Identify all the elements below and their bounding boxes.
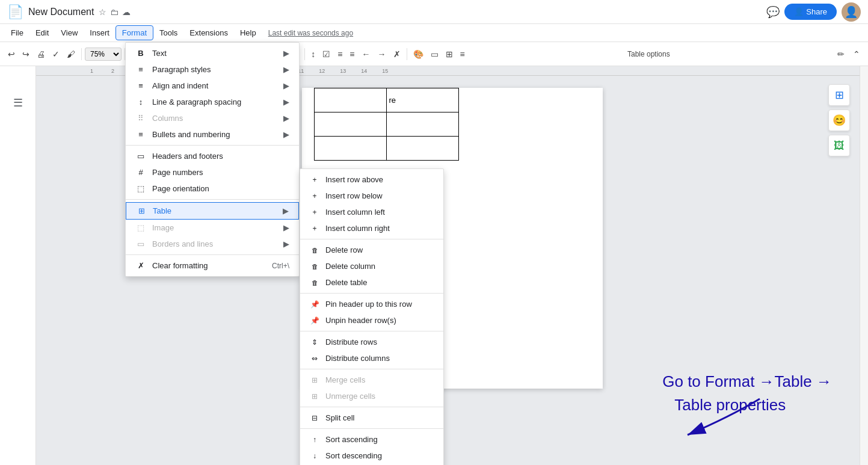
unmerge-cells-item: ⊞ Unmerge cells [300, 388, 443, 404]
zoom-selector[interactable]: 75% 100% 125% [85, 48, 122, 61]
menu-file[interactable]: File [5, 26, 29, 40]
undo-button[interactable]: ↩ [5, 48, 18, 61]
line-spacing-button[interactable]: ↕ [308, 48, 318, 61]
text-icon: B [135, 49, 146, 58]
insert-row-below-item[interactable]: + Insert row below [300, 188, 443, 204]
format-text-item[interactable]: B Text ▶ [126, 45, 299, 61]
delete-row-item[interactable]: 🗑 Delete row [300, 242, 443, 258]
share-button[interactable]: 👤 Share [784, 4, 837, 20]
sort-asc-label: Sort ascending [325, 435, 378, 444]
sub-divider2 [300, 293, 443, 294]
distribute-rows-item[interactable]: ⇕ Distribute rows [300, 334, 443, 350]
bg-color-button[interactable]: 🎨 [410, 48, 426, 61]
bullet-list-button[interactable]: ≡ [334, 48, 345, 61]
insert-row-below-label: Insert row below [325, 191, 383, 200]
title-bar: 📄 New Document ☆ 🗀 ☁ 💬 👤 Share 👤 [0, 0, 868, 24]
title-bar-right: 💬 👤 Share 👤 [766, 2, 861, 22]
table-float-button[interactable]: ⊞ [828, 84, 850, 106]
edit-mode-button[interactable]: ✏ [834, 48, 848, 61]
format-align-label: Align and indent [152, 81, 208, 90]
star-icon[interactable]: ☆ [99, 7, 106, 17]
sort-desc-item[interactable]: ↓ Sort descending [300, 448, 443, 464]
menu-view[interactable]: View [55, 26, 84, 40]
paragraph-arrow: ▶ [283, 65, 289, 74]
distribute-cols-item[interactable]: ⇔ Distribute columns [300, 350, 443, 366]
paint-format-button[interactable]: 🖌 [64, 48, 78, 61]
image-float-button[interactable]: 🖼 [828, 135, 850, 156]
format-table-item[interactable]: ⊞ Table ▶ [126, 202, 299, 220]
folder-icon[interactable]: 🗀 [110, 7, 119, 17]
menu-insert[interactable]: Insert [84, 26, 115, 40]
table-align-button[interactable]: ≡ [457, 48, 468, 61]
format-spacing-item[interactable]: ↕ Line & paragraph spacing ▶ [126, 94, 299, 110]
bullets-arrow: ▶ [283, 130, 289, 139]
format-bullets-label: Bullets and numbering [152, 130, 230, 139]
format-pagenums-item[interactable]: # Page numbers [126, 164, 299, 180]
redo-button[interactable]: ↪ [19, 48, 32, 61]
sub-divider3 [300, 331, 443, 331]
expand-button[interactable]: ⌃ [850, 48, 863, 61]
unpin-header-label: Unpin header row(s) [325, 316, 396, 325]
numbered-list-button[interactable]: ≡ [346, 48, 357, 61]
clear-format-button[interactable]: ✗ [390, 48, 404, 61]
menu-tools[interactable]: Tools [153, 26, 183, 40]
pagenums-icon: # [135, 168, 146, 177]
orientation-icon: ⬚ [135, 184, 146, 193]
insert-row-above-item[interactable]: + Insert row above [300, 171, 443, 188]
delete-col-item[interactable]: 🗑 Delete column [300, 258, 443, 274]
format-align-item[interactable]: ≡ Align and indent ▶ [126, 78, 299, 94]
format-bullets-item[interactable]: ≡ Bullets and numbering ▶ [126, 126, 299, 143]
comment-icon[interactable]: 💬 [766, 5, 780, 19]
format-paragraph-item[interactable]: ≡ Paragraph styles ▶ [126, 61, 299, 78]
unpin-header-icon: 📌 [310, 316, 319, 325]
split-cell-item[interactable]: ⊟ Split cell [300, 410, 443, 426]
menu-help[interactable]: Help [234, 26, 262, 40]
pin-header-item[interactable]: 📌 Pin header up to this row [300, 296, 443, 312]
delete-col-label: Delete column [325, 262, 375, 271]
format-text-label: Text [152, 49, 167, 58]
borders-icon: ▭ [135, 239, 146, 248]
indent-increase-button[interactable]: → [375, 48, 389, 61]
doc-title: New Document [28, 7, 94, 17]
borders-arrow: ▶ [283, 239, 289, 248]
sort-desc-icon: ↓ [310, 452, 319, 460]
sort-asc-item[interactable]: ↑ Sort ascending [300, 431, 443, 448]
scrollbar-right[interactable] [860, 66, 868, 465]
format-clear-item[interactable]: ✗ Clear formatting Ctrl+\ [126, 257, 299, 274]
outline-icon[interactable]: ☰ [13, 96, 23, 109]
spell-check-button[interactable]: ✓ [49, 48, 63, 61]
format-headers-item[interactable]: ▭ Headers and footers [126, 148, 299, 164]
menu-edit[interactable]: Edit [29, 26, 55, 40]
table-options-label[interactable]: Table options [627, 50, 670, 58]
divider1 [126, 145, 299, 146]
right-floats: ⊞ 😊 🖼 [828, 84, 850, 156]
annotation-arrow [639, 393, 772, 441]
emoji-float-button[interactable]: 😊 [828, 109, 850, 131]
insert-row-above-label: Insert row above [325, 175, 383, 184]
delete-table-item[interactable]: 🗑 Delete table [300, 274, 443, 291]
cloud-icon[interactable]: ☁ [122, 7, 131, 17]
align-icon: ≡ [135, 81, 146, 90]
merge-button[interactable]: ⊞ [443, 48, 456, 61]
format-borders-label: Borders and lines [152, 239, 213, 248]
format-orientation-item[interactable]: ⬚ Page orientation [126, 180, 299, 197]
sub-divider5 [300, 407, 443, 407]
delete-row-label: Delete row [325, 245, 363, 254]
distribute-cols-label: Distribute columns [325, 354, 390, 363]
print-button[interactable]: 🖨 [34, 48, 48, 61]
paragraph-icon: ≡ [135, 65, 146, 74]
avatar[interactable]: 👤 [842, 2, 861, 22]
delete-row-icon: 🗑 [310, 247, 319, 254]
table-row [314, 112, 458, 137]
menu-format[interactable]: Format [115, 25, 153, 40]
border-button[interactable]: ▭ [428, 48, 442, 61]
columns-icon: ⠿ [135, 114, 146, 123]
insert-col-right-item[interactable]: + Insert column right [300, 220, 443, 236]
insert-col-left-item[interactable]: + Insert column left [300, 204, 443, 220]
indent-decrease-button[interactable]: ← [359, 48, 374, 61]
checklist-button[interactable]: ☑ [319, 48, 333, 61]
menu-extensions[interactable]: Extensions [183, 26, 234, 40]
insert-col-right-label: Insert column right [325, 224, 390, 233]
unpin-header-item[interactable]: 📌 Unpin header row(s) [300, 312, 443, 328]
share-label: Share [806, 7, 827, 16]
